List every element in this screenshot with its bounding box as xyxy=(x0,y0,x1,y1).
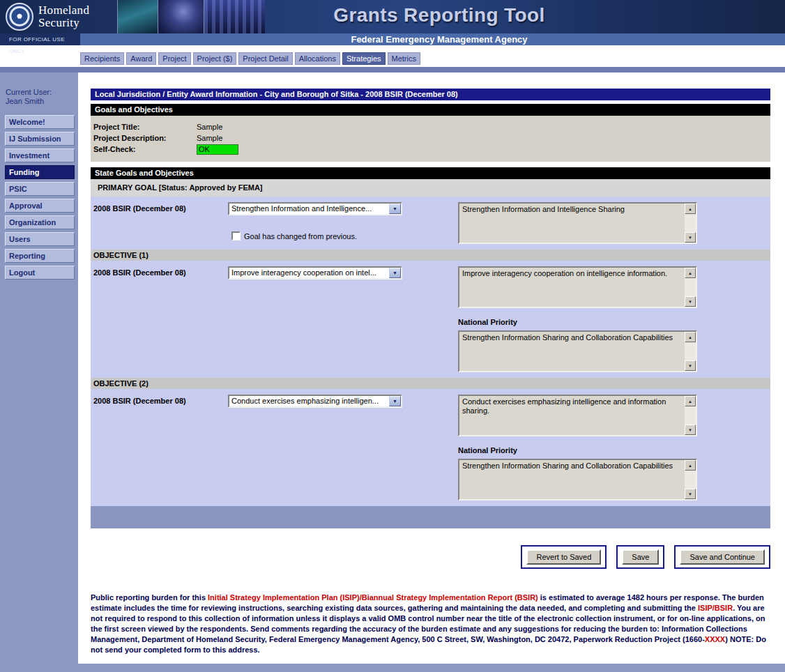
objective-2-national-priority-textarea[interactable]: Strengthen Information Sharing and Colla… xyxy=(458,459,697,501)
save-and-continue-button[interactable]: Save and Continue xyxy=(680,549,765,565)
action-buttons-row: Revert to Saved Save Save and Continue xyxy=(91,545,770,569)
tab-award[interactable]: Award xyxy=(126,52,156,65)
dhs-logo-line1: Homeland xyxy=(38,4,89,17)
tab-strategies[interactable]: Strategies xyxy=(342,52,386,65)
dhs-seal-icon xyxy=(6,3,33,31)
sidebar-item-psic[interactable]: PSIC xyxy=(5,182,75,196)
project-description-value: Sample xyxy=(197,134,222,142)
project-summary-section: Project Title: Sample Project Descriptio… xyxy=(91,116,770,162)
sidebar-item-logout[interactable]: Logout xyxy=(5,266,75,280)
scroll-up-icon[interactable]: ▲ xyxy=(685,332,696,342)
sidebar-item-funding[interactable]: Funding xyxy=(5,165,75,179)
dhs-logo: Homeland Security xyxy=(0,0,117,33)
sidebar-item-investment[interactable]: Investment xyxy=(5,148,75,162)
save-button-frame: Save xyxy=(616,545,664,569)
primary-goal-section: 2008 BSIR (December 08) Strengthen Infor… xyxy=(91,197,770,250)
sidebar-item-welcome[interactable]: Welcome! xyxy=(5,115,75,129)
chevron-down-icon[interactable]: ▼ xyxy=(389,204,401,214)
montage-photo-3 xyxy=(204,0,265,33)
scroll-up-icon[interactable]: ▲ xyxy=(685,268,696,278)
chevron-down-icon[interactable]: ▼ xyxy=(389,268,401,278)
objective-2-dropdown[interactable]: Conduct exercises emphasizing intelligen… xyxy=(228,395,402,408)
scroll-up-icon[interactable]: ▲ xyxy=(685,204,696,214)
scrollbar[interactable]: ▲ ▼ xyxy=(685,460,696,499)
sidebar-nav: Welcome! IJ Submission Investment Fundin… xyxy=(0,115,78,280)
isip-bsir-link[interactable]: Initial Strategy Implementation Plan (IS… xyxy=(208,593,538,602)
objective-1-textarea[interactable]: Improve interagency cooperation on intel… xyxy=(458,266,697,308)
scroll-up-icon[interactable]: ▲ xyxy=(685,460,696,471)
goal-changed-label: Goal has changed from previous. xyxy=(244,232,357,240)
tab-project-dollars[interactable]: Project ($) xyxy=(193,52,237,65)
objective-2-dropdown-value: Conduct exercises emphasizing intelligen… xyxy=(229,396,389,406)
chevron-down-icon[interactable]: ▼ xyxy=(389,396,401,406)
tab-project[interactable]: Project xyxy=(158,52,190,65)
project-title-value: Sample xyxy=(197,123,222,131)
omb-number-placeholder: XXXX xyxy=(705,635,725,643)
agency-name: Federal Emergency Management Agency xyxy=(265,33,613,45)
scrollbar[interactable]: ▲ ▼ xyxy=(685,268,696,307)
project-description-label: Project Description: xyxy=(91,134,197,142)
scroll-down-icon[interactable]: ▼ xyxy=(685,425,696,435)
goal-changed-checkbox[interactable] xyxy=(231,231,241,240)
top-tab-bar: Recipients Award Project Project ($) Pro… xyxy=(0,45,785,67)
objective-1-period-label: 2008 BSIR (December 08) xyxy=(91,266,228,372)
objective-2-header: OBJECTIVE (2) xyxy=(91,378,770,389)
project-description-row: Project Description: Sample xyxy=(91,132,770,144)
scrollbar[interactable]: ▲ ▼ xyxy=(685,396,696,435)
sidebar-item-ij-submission[interactable]: IJ Submission xyxy=(5,132,75,146)
revert-to-saved-button[interactable]: Revert to Saved xyxy=(526,549,601,565)
scroll-down-icon[interactable]: ▼ xyxy=(685,489,696,499)
revert-button-frame: Revert to Saved xyxy=(521,545,607,569)
self-check-row: Self-Check: OK xyxy=(91,144,770,155)
save-button[interactable]: Save xyxy=(622,549,659,565)
page-title-bar: Local Jurisdiction / Entity Award Inform… xyxy=(91,89,770,100)
objective-1-section: 2008 BSIR (December 08) Improve interage… xyxy=(91,261,770,378)
self-check-status-badge: OK xyxy=(197,144,238,155)
objective-1-national-priority-textarea[interactable]: Strengthen Information Sharing and Colla… xyxy=(458,330,697,372)
sidebar: Current User: Jean Smith Welcome! IJ Sub… xyxy=(0,72,78,664)
primary-goal-header: PRIMARY GOAL [Status: Approved by FEMA] xyxy=(91,179,770,197)
objective-1-header: OBJECTIVE (1) xyxy=(91,250,770,261)
form-footer-band xyxy=(91,506,770,528)
primary-goal-dropdown-value: Strengthen Information and Intelligence.… xyxy=(229,204,389,214)
primary-goal-dropdown[interactable]: Strengthen Information and Intelligence.… xyxy=(228,202,402,215)
state-goals-header: State Goals and Objectives xyxy=(91,167,770,179)
save-continue-button-frame: Save and Continue xyxy=(674,545,770,569)
agency-bar: FOR OFFICIAL USE ONLY Federal Emergency … xyxy=(0,33,785,45)
tab-metrics[interactable]: Metrics xyxy=(388,52,420,65)
objective-2-period-label: 2008 BSIR (December 08) xyxy=(91,395,228,501)
sidebar-item-users[interactable]: Users xyxy=(5,232,75,246)
goal-changed-row: Goal has changed from previous. xyxy=(228,231,402,240)
scrollbar[interactable]: ▲ ▼ xyxy=(685,204,696,243)
scroll-up-icon[interactable]: ▲ xyxy=(685,396,696,406)
sidebar-item-organization[interactable]: Organization xyxy=(5,215,75,229)
isip-bsir-short-link[interactable]: ISIP/BSIR xyxy=(698,604,733,612)
project-title-row: Project Title: Sample xyxy=(91,121,770,132)
montage-photo-1 xyxy=(117,0,158,33)
burden-text-4: ) xyxy=(725,635,730,643)
scroll-down-icon[interactable]: ▼ xyxy=(685,296,696,307)
dhs-logo-text: Homeland Security xyxy=(38,4,89,29)
objective-2-textarea[interactable]: Conduct exercises emphasizing intelligen… xyxy=(458,395,697,436)
main-content: Local Jurisdiction / Entity Award Inform… xyxy=(78,72,785,664)
primary-goal-textarea[interactable]: Strengthen Information and Intelligence … xyxy=(458,202,697,244)
self-check-label: Self-Check: xyxy=(91,145,197,153)
objective-1-national-priority-label: National Priority xyxy=(458,318,697,326)
paperwork-burden-notice: Public reporting burden for this Initial… xyxy=(91,593,770,655)
scroll-down-icon[interactable]: ▼ xyxy=(685,232,696,243)
sidebar-item-approval[interactable]: Approval xyxy=(5,199,75,213)
tab-recipients[interactable]: Recipients xyxy=(80,52,124,65)
burden-text-1: Public reporting burden for this xyxy=(91,593,208,602)
tab-allocations[interactable]: Allocations xyxy=(295,52,340,65)
app-header: Homeland Security Grants Reporting Tool xyxy=(0,0,785,33)
tab-project-detail[interactable]: Project Detail xyxy=(238,52,292,65)
objective-1-dropdown-value: Improve interagency cooperation on intel… xyxy=(229,268,389,278)
objective-1-dropdown[interactable]: Improve interagency cooperation on intel… xyxy=(228,266,402,280)
divider-band xyxy=(0,67,785,72)
scroll-down-icon[interactable]: ▼ xyxy=(685,360,696,371)
objective-2-national-priority-label: National Priority xyxy=(458,446,697,455)
sidebar-item-reporting[interactable]: Reporting xyxy=(5,249,75,263)
scrollbar[interactable]: ▲ ▼ xyxy=(685,332,696,371)
objective-2-section: 2008 BSIR (December 08) Conduct exercise… xyxy=(91,389,770,506)
goals-objectives-header: Goals and Objectives xyxy=(91,104,770,116)
